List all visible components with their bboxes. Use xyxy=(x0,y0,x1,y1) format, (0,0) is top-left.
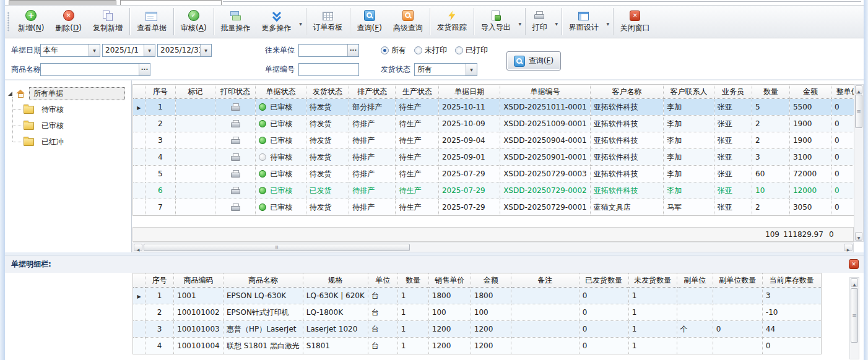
table-row[interactable]: 4待审核待发货待排产待生产2025-09-01XSDD-20250901-000… xyxy=(133,149,864,166)
cell-mark[interactable] xyxy=(175,182,215,199)
cell-no[interactable]: XSDD-20250729-0003 xyxy=(500,166,591,182)
cell-customer[interactable]: 亚拓软件科技 xyxy=(590,166,663,182)
column-header[interactable]: 副单位数量 xyxy=(713,273,762,288)
table-row[interactable]: 11001EPSON LQ-630KLQ-630K | 620K台1180018… xyxy=(133,288,822,304)
cell-unshipped[interactable]: 1 xyxy=(628,304,677,321)
cell-date[interactable]: 2025-10-11 xyxy=(438,99,500,116)
product-input[interactable] xyxy=(41,64,139,75)
tree-node-pending-audit[interactable]: 待审核 xyxy=(24,101,131,118)
cell-prod[interactable]: 待生产 xyxy=(396,149,439,166)
delete-button[interactable]: 删除(D) xyxy=(50,7,87,36)
cell-note[interactable] xyxy=(511,321,579,338)
cell-contact[interactable]: 李加 xyxy=(664,182,714,199)
cell-subunit[interactable] xyxy=(677,338,713,354)
cell-spec[interactable]: LQ-630K | 620K xyxy=(303,288,368,304)
cell-qty[interactable]: 10 xyxy=(752,182,790,199)
cell-qty[interactable]: 2 xyxy=(752,199,790,216)
cell-unit[interactable]: 台 xyxy=(368,288,397,304)
cell-shipped[interactable]: 0 xyxy=(579,338,628,354)
tree-node-audited[interactable]: 已审核 xyxy=(24,118,131,134)
cell-no[interactable]: XSDD-20250729-0002 xyxy=(500,182,591,199)
cell-price[interactable]: 1800 xyxy=(428,288,471,304)
tree-node-reversed[interactable]: 已红冲 xyxy=(24,134,131,150)
cell-prod[interactable]: 待生产 xyxy=(396,199,439,216)
cell-no[interactable]: XSDD-20251011-0001 xyxy=(500,99,591,116)
cell-contact[interactable]: 李加 xyxy=(664,132,714,149)
cell-amount[interactable]: 12000 xyxy=(789,182,831,199)
cell-print[interactable] xyxy=(215,116,256,132)
cell-unit[interactable]: 台 xyxy=(368,338,397,354)
cell-seq[interactable]: 7 xyxy=(145,199,175,216)
cell-contact[interactable]: 李加 xyxy=(664,166,714,182)
audit-button[interactable]: 审核(A) xyxy=(175,7,212,36)
cell-unshipped[interactable]: 1 xyxy=(628,338,677,354)
cell-ship[interactable]: 待发货 xyxy=(306,149,349,166)
column-header[interactable]: 未发货数量 xyxy=(628,273,677,288)
scroll-right-icon[interactable] xyxy=(844,244,853,251)
column-header[interactable]: 销售单价 xyxy=(428,273,471,288)
radio-unprinted[interactable]: 未打印 xyxy=(414,45,447,56)
cell-prod[interactable]: 待生产 xyxy=(396,132,439,149)
detail-table[interactable]: 序号商品编码商品名称规格单位数量销售单价金额备注已发货数量未发货数量副单位副单位… xyxy=(132,273,822,354)
cell-qty[interactable]: 1 xyxy=(397,321,428,338)
cell-spec[interactable]: LQ-1800K xyxy=(303,304,368,321)
close-detail-icon[interactable] xyxy=(849,259,859,269)
chevron-down-icon[interactable] xyxy=(466,64,477,75)
ship-status-combo[interactable]: 所有 xyxy=(414,63,477,76)
scrollbar-thumb[interactable] xyxy=(855,95,862,128)
cell-print[interactable] xyxy=(215,166,256,182)
column-header[interactable]: 已发货数量 xyxy=(579,273,628,288)
cell-seq[interactable]: 4 xyxy=(145,149,175,166)
cell-plan[interactable]: 待排产 xyxy=(349,116,396,132)
cell-salesman[interactable]: 张亚 xyxy=(714,149,752,166)
cell-amount[interactable]: 5500 xyxy=(789,99,831,116)
cell-unshipped[interactable]: 1 xyxy=(628,321,677,338)
column-header[interactable]: 业务员 xyxy=(714,85,752,99)
cell-amount[interactable]: 1200 xyxy=(471,321,511,338)
table-row[interactable]: 5已审核待发货待排产待生产2025-07-29XSDD-20250729-000… xyxy=(133,166,864,182)
column-header[interactable]: 单位 xyxy=(368,273,397,288)
cell-date[interactable]: 2025-09-01 xyxy=(438,149,500,166)
column-header[interactable]: 当前库存数量 xyxy=(762,273,821,288)
cell-salesman[interactable]: 张亚 xyxy=(714,116,752,132)
radio-all[interactable]: 所有 xyxy=(381,45,406,56)
cell-code[interactable]: 1001 xyxy=(174,288,224,304)
cell-code[interactable]: 100101002 xyxy=(174,304,224,321)
cell-seq[interactable]: 6 xyxy=(145,182,175,199)
table-row[interactable]: 6已审核已发货待排产待生产2025-07-29XSDD-20250729-000… xyxy=(133,182,864,199)
cell-customer[interactable]: 亚拓软件科技 xyxy=(590,116,663,132)
cell-price[interactable]: 1200 xyxy=(428,338,471,354)
cell-seq[interactable]: 4 xyxy=(145,338,174,354)
cell-spec[interactable]: LaserJet 1020 xyxy=(303,321,368,338)
column-header[interactable]: 数量 xyxy=(752,85,790,99)
column-header[interactable]: 商品名称 xyxy=(224,273,303,288)
scrollbar-thumb[interactable] xyxy=(144,244,410,251)
cell-date[interactable]: 2025-07-29 xyxy=(438,166,500,182)
column-header[interactable]: 金额 xyxy=(471,273,511,288)
cell-name[interactable]: EPSON LQ-630K xyxy=(224,288,303,304)
cell-salesman[interactable]: 张亚 xyxy=(714,182,752,199)
cell-plan[interactable]: 待排产 xyxy=(349,182,396,199)
cell-subunit[interactable] xyxy=(677,304,713,321)
cell-unit[interactable]: 台 xyxy=(368,304,397,321)
view-document-button[interactable]: 查看单据 xyxy=(131,7,172,36)
cell-plan[interactable]: 待排产 xyxy=(349,166,396,182)
cell-seq[interactable]: 2 xyxy=(145,116,175,132)
print-button[interactable]: 打印 xyxy=(527,7,553,36)
cell-qty[interactable]: 3 xyxy=(752,149,790,166)
column-header[interactable]: 发货状态 xyxy=(306,85,349,99)
cell-stock[interactable]: -10 xyxy=(762,304,821,321)
cell-amount[interactable]: 3050 xyxy=(789,199,831,216)
chevron-down-icon[interactable] xyxy=(604,12,612,31)
cell-no[interactable]: XSDD-20250901-0001 xyxy=(500,149,591,166)
cell-date[interactable]: 2025-09-04 xyxy=(438,132,500,149)
cell-contact[interactable]: 马军 xyxy=(664,199,714,216)
batch-operations-button[interactable]: 批量操作 xyxy=(215,7,256,36)
cell-amount[interactable]: 1900 xyxy=(789,116,831,132)
cell-plan[interactable]: 部分排产 xyxy=(349,99,396,116)
order-board-button[interactable]: 订单看板 xyxy=(308,7,349,36)
scrollbar-thumb[interactable] xyxy=(851,288,858,343)
column-header[interactable]: 数量 xyxy=(397,273,428,288)
cell-ship[interactable]: 待发货 xyxy=(306,166,349,182)
table-row[interactable]: 3100101003惠普（HP）LaserJetLaserJet 1020台11… xyxy=(133,321,822,338)
